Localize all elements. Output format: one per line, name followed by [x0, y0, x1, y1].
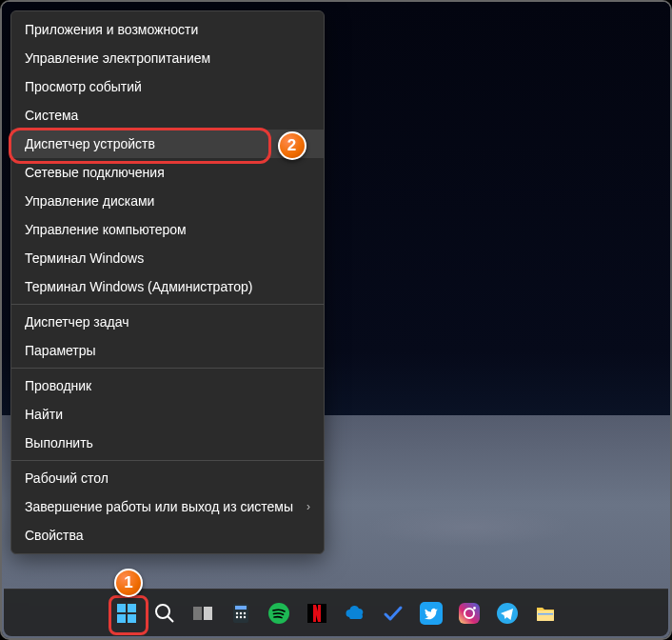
svg-rect-26	[538, 613, 553, 615]
svg-rect-7	[204, 607, 212, 620]
svg-rect-0	[117, 604, 126, 612]
menu-item-label: Найти	[25, 407, 63, 422]
onedrive-icon[interactable]	[342, 600, 368, 627]
svg-point-15	[244, 615, 246, 617]
menu-item-label: Управление компьютером	[25, 222, 187, 237]
svg-point-13	[236, 615, 238, 617]
menu-item-label: Терминал Windows (Администратор)	[25, 279, 252, 294]
menu-item-label: Диспетчер устройств	[25, 136, 155, 151]
svg-point-12	[244, 611, 246, 613]
menu-separator	[11, 368, 324, 369]
winx-context-menu: Приложения и возможностиУправление элект…	[10, 10, 325, 554]
menu-item[interactable]: Свойства	[11, 521, 324, 550]
menu-item[interactable]: Сетевые подключения	[11, 158, 324, 187]
menu-item-label: Система	[25, 108, 78, 123]
menu-item[interactable]: Просмотр событий	[11, 72, 324, 101]
menu-item[interactable]: Завершение работы или выход из системы›	[11, 492, 324, 521]
svg-rect-25	[537, 610, 554, 621]
menu-item[interactable]: Параметры	[11, 336, 324, 365]
spotify-icon[interactable]	[266, 600, 292, 627]
svg-rect-1	[128, 604, 136, 612]
menu-separator	[11, 304, 324, 305]
svg-rect-19	[318, 605, 321, 622]
svg-point-4	[156, 605, 169, 618]
menu-item[interactable]: Управление электропитанием	[11, 44, 324, 72]
svg-rect-2	[117, 614, 126, 623]
svg-rect-21	[459, 603, 480, 624]
menu-item-label: Выполнить	[25, 435, 93, 450]
svg-rect-3	[128, 614, 136, 623]
menu-item[interactable]: Управление дисками	[11, 187, 324, 215]
menu-item[interactable]: Система	[11, 101, 324, 130]
search-icon[interactable]	[151, 600, 178, 627]
menu-item[interactable]: Диспетчер задач	[11, 308, 324, 336]
menu-item-label: Диспетчер задач	[25, 314, 129, 330]
svg-rect-9	[235, 606, 247, 610]
netflix-icon[interactable]	[304, 600, 330, 627]
menu-item[interactable]: Терминал Windows	[11, 244, 324, 272]
menu-item-label: Терминал Windows	[25, 250, 144, 266]
taskview-icon[interactable]	[189, 600, 216, 627]
taskbar	[4, 589, 668, 636]
menu-item[interactable]: Рабочий стол	[11, 464, 324, 492]
menu-item[interactable]: Приложения и возможности	[11, 15, 324, 44]
menu-item[interactable]: Управление компьютером	[11, 215, 324, 244]
chevron-right-icon: ›	[306, 500, 310, 513]
svg-rect-18	[313, 605, 316, 622]
svg-point-10	[236, 611, 238, 613]
menu-item-label: Параметры	[25, 343, 96, 358]
start-icon[interactable]	[113, 600, 140, 627]
explorer-icon[interactable]	[532, 600, 559, 627]
menu-item-label: Просмотр событий	[25, 79, 142, 94]
menu-item[interactable]: Проводник	[11, 371, 324, 400]
todo-icon[interactable]	[380, 600, 406, 627]
calculator-icon[interactable]	[227, 600, 254, 627]
menu-item-label: Управление электропитанием	[25, 50, 210, 66]
telegram-icon[interactable]	[494, 600, 521, 627]
menu-item-label: Приложения и возможности	[25, 22, 198, 37]
twitter-icon[interactable]	[418, 600, 445, 627]
menu-item-label: Завершение работы или выход из системы	[25, 499, 293, 514]
menu-item-label: Сетевые подключения	[25, 165, 165, 180]
instagram-icon[interactable]	[456, 600, 483, 627]
svg-rect-6	[193, 607, 202, 620]
svg-point-11	[240, 611, 242, 613]
menu-item[interactable]: Терминал Windows (Администратор)	[11, 272, 324, 301]
menu-item-label: Управление дисками	[25, 193, 154, 209]
menu-item-label: Рабочий стол	[25, 470, 109, 486]
svg-point-23	[473, 607, 476, 610]
menu-item[interactable]: Диспетчер устройств	[11, 130, 324, 158]
svg-line-5	[168, 616, 173, 622]
svg-point-14	[240, 615, 242, 617]
menu-item-label: Свойства	[25, 528, 83, 543]
menu-item[interactable]: Выполнить	[11, 429, 324, 457]
menu-item[interactable]: Найти	[11, 400, 324, 429]
menu-separator	[11, 460, 324, 461]
menu-item-label: Проводник	[25, 378, 91, 393]
